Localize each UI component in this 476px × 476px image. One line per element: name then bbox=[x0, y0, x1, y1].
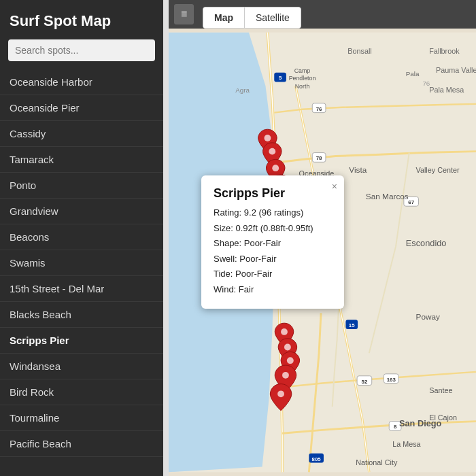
popup-tide: Tide: Poor-Fair bbox=[214, 267, 332, 281]
svg-text:52: 52 bbox=[362, 379, 368, 385]
svg-point-57 bbox=[284, 344, 291, 351]
svg-text:15: 15 bbox=[349, 322, 355, 328]
spot-list-item-blacks-beach[interactable]: Blacks Beach bbox=[0, 302, 163, 328]
spot-list: Oceanside HarborOceanside PierCassidyTam… bbox=[0, 69, 163, 476]
svg-text:La Mesa: La Mesa bbox=[392, 440, 420, 448]
map-tab-map[interactable]: Map bbox=[203, 7, 245, 28]
svg-text:805: 805 bbox=[312, 456, 322, 462]
popup-swell: Swell: Poor-Fair bbox=[214, 252, 332, 266]
spot-list-item-tamarack[interactable]: Tamarack bbox=[0, 147, 163, 173]
svg-point-59 bbox=[287, 357, 294, 364]
svg-point-55 bbox=[281, 328, 288, 335]
svg-point-47 bbox=[265, 135, 271, 141]
svg-point-63 bbox=[277, 390, 284, 397]
spot-list-item-cassidy[interactable]: Cassidy bbox=[0, 121, 163, 147]
svg-text:Vista: Vista bbox=[349, 165, 367, 174]
spot-list-item-beacons[interactable]: Beacons bbox=[0, 224, 163, 250]
popup-size: Size: 0.92ft (0.88ft-0.95ft) bbox=[214, 222, 332, 235]
popup-rating: Rating: 9.2 (96 ratings) bbox=[214, 206, 332, 220]
svg-text:Bonsall: Bonsall bbox=[347, 47, 371, 55]
svg-text:Pala: Pala bbox=[406, 70, 420, 78]
sidebar: Surf Spot Map Oceanside HarborOceanside … bbox=[0, 0, 163, 476]
svg-text:8: 8 bbox=[394, 424, 397, 430]
spot-list-item-scripps-pier[interactable]: Scripps Pier bbox=[0, 328, 163, 354]
svg-text:Escondido: Escondido bbox=[406, 238, 447, 248]
spot-list-item-15th-street[interactable]: 15th Street - Del Mar bbox=[0, 276, 163, 302]
svg-text:Camp: Camp bbox=[294, 67, 311, 74]
map-tabs: MapSatellite bbox=[203, 7, 301, 29]
svg-text:El Cajon: El Cajon bbox=[429, 413, 457, 422]
svg-text:Pala Mesa: Pala Mesa bbox=[429, 86, 464, 94]
svg-text:163: 163 bbox=[387, 377, 396, 383]
map-tab-satellite[interactable]: Satellite bbox=[245, 7, 301, 28]
svg-text:76: 76 bbox=[316, 106, 322, 112]
map-area: ≡ MapSatellite bbox=[169, 0, 476, 476]
svg-point-51 bbox=[272, 165, 279, 171]
search-input[interactable] bbox=[8, 39, 155, 61]
svg-text:North: North bbox=[295, 83, 310, 90]
svg-text:San Marcos: San Marcos bbox=[366, 192, 409, 201]
popup-shape: Shape: Poor-Fair bbox=[214, 237, 332, 250]
svg-text:78: 78 bbox=[316, 155, 322, 161]
svg-text:National City: National City bbox=[356, 458, 398, 466]
app-title: Surf Spot Map bbox=[0, 0, 163, 39]
spot-list-item-grandview[interactable]: Grandview bbox=[0, 199, 163, 224]
spot-list-item-oceanside-pier[interactable]: Oceanside Pier bbox=[0, 95, 163, 121]
svg-text:Poway: Poway bbox=[416, 312, 440, 321]
popup-close-button[interactable]: × bbox=[332, 181, 337, 192]
hamburger-button[interactable]: ≡ bbox=[174, 4, 194, 24]
spot-list-item-tourmaline[interactable]: Tourmaline bbox=[0, 405, 163, 431]
svg-text:Agra: Agra bbox=[235, 86, 250, 94]
spot-list-item-bird-rock[interactable]: Bird Rock bbox=[0, 379, 163, 405]
svg-text:5: 5 bbox=[279, 75, 282, 81]
spot-popup: × Scripps Pier Rating: 9.2 (96 ratings) … bbox=[201, 175, 344, 309]
svg-text:Fallbrook: Fallbrook bbox=[429, 47, 460, 55]
svg-text:Pauma Valley: Pauma Valley bbox=[436, 66, 476, 74]
spot-list-item-ponto[interactable]: Ponto bbox=[0, 173, 163, 199]
spot-list-item-pacific-beach[interactable]: Pacific Beach bbox=[0, 431, 163, 457]
svg-text:Pendleton: Pendleton bbox=[289, 75, 316, 82]
svg-point-61 bbox=[282, 372, 289, 379]
spot-list-item-windansea[interactable]: Windansea bbox=[0, 354, 163, 379]
spot-list-item-oceanside-harbor[interactable]: Oceanside Harbor bbox=[0, 69, 163, 95]
search-box bbox=[8, 39, 155, 61]
svg-point-49 bbox=[269, 148, 275, 155]
popup-wind: Wind: Fair bbox=[214, 283, 332, 296]
spot-list-item-swamis[interactable]: Swamis bbox=[0, 250, 163, 276]
svg-text:Santee: Santee bbox=[429, 386, 452, 394]
svg-text:67: 67 bbox=[408, 199, 414, 205]
svg-text:Valley Center: Valley Center bbox=[416, 166, 460, 174]
scrollbar-divider bbox=[163, 0, 169, 476]
popup-title: Scripps Pier bbox=[214, 186, 332, 201]
